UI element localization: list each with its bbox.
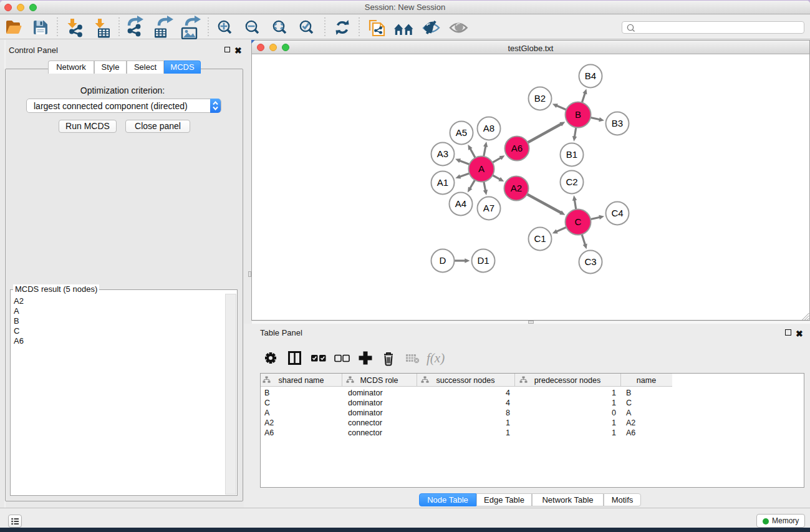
svg-text:f(x): f(x) — [427, 351, 445, 365]
svg-text:D: D — [440, 255, 446, 266]
svg-text:C3: C3 — [584, 256, 596, 267]
svg-text:A3: A3 — [437, 148, 448, 159]
svg-text:A6: A6 — [511, 143, 523, 153]
svg-text:C4: C4 — [611, 208, 623, 218]
svg-text:A4: A4 — [455, 198, 466, 209]
svg-text:B: B — [575, 109, 581, 120]
svg-text:A: A — [478, 163, 485, 174]
svg-text:C2: C2 — [566, 177, 577, 187]
svg-text:B2: B2 — [534, 93, 546, 104]
svg-text:D1: D1 — [477, 255, 489, 266]
svg-text:C1: C1 — [534, 233, 546, 244]
svg-text:B4: B4 — [585, 70, 596, 81]
svg-text:C: C — [575, 216, 582, 227]
svg-text:B3: B3 — [612, 118, 623, 128]
svg-text:A2: A2 — [511, 183, 522, 193]
svg-text:A1: A1 — [437, 177, 448, 188]
svg-text:A7: A7 — [483, 203, 494, 213]
svg-text:A8: A8 — [483, 123, 494, 133]
svg-text:B1: B1 — [566, 149, 577, 160]
svg-text:A5: A5 — [456, 127, 467, 138]
